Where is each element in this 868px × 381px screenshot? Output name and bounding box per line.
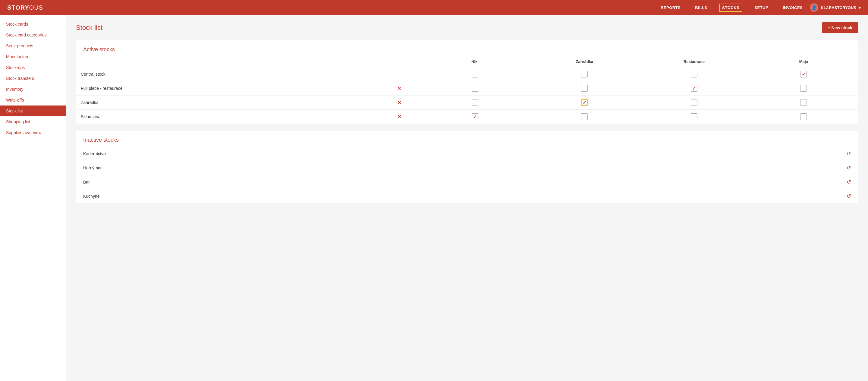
sidebar-item-shopping-list[interactable]: Shopping list: [0, 116, 66, 127]
stock-name-link-skladvin[interactable]: Sklad vína: [81, 114, 100, 119]
sidebar-item-stock-transfers[interactable]: Stock transfers: [0, 73, 66, 84]
delete-skladvin[interactable]: ✕: [389, 110, 420, 124]
active-stocks-table: Niki Zahrádka Restaurace Maja Central st…: [76, 56, 858, 124]
check-fullplace-maja[interactable]: [749, 82, 858, 96]
inactive-stocks-section: Inactive stocks Kaderníctvo ↺ Horný bar …: [76, 131, 858, 203]
page-title: Stock list: [76, 24, 102, 32]
stock-name-central: Central stock: [76, 67, 389, 82]
sidebar-item-stock-cards[interactable]: Stock cards: [0, 19, 66, 30]
checkbox-zahradka-restaurace[interactable]: [691, 99, 698, 106]
checkbox-central-maja[interactable]: ✓: [800, 71, 807, 77]
sidebar: Stock cards Stock card categories Semi-p…: [0, 15, 66, 381]
user-avatar: 👤: [810, 3, 818, 12]
delete-zahradka[interactable]: ✕: [389, 96, 420, 110]
sidebar-item-semi-products[interactable]: Semi-products: [0, 40, 66, 51]
new-stock-button[interactable]: + New stock: [822, 22, 858, 33]
inactive-stock-hornybar: Horný bar: [76, 161, 389, 175]
inactive-stock-kadernictvo: Kaderníctvo: [76, 147, 389, 161]
checkbox-central-restaurace[interactable]: [691, 71, 698, 77]
table-row: Bar ↺: [76, 175, 858, 189]
restore-bar[interactable]: ↺: [389, 175, 858, 189]
checkbox-skladvin-maja[interactable]: [800, 113, 807, 120]
stock-name-skladvin: Sklad vína: [76, 110, 389, 124]
table-row: Horný bar ↺: [76, 161, 858, 175]
user-name: KLARASTORYOUS: [821, 5, 856, 10]
sidebar-item-stock-card-categories[interactable]: Stock card categories: [0, 30, 66, 40]
checkbox-fullplace-zahradka[interactable]: [581, 85, 588, 92]
checkmark-icon: ✓: [692, 86, 696, 91]
checkbox-fullplace-restaurace[interactable]: ✓: [691, 85, 698, 92]
check-fullplace-niki[interactable]: [420, 82, 530, 96]
inactive-stock-bar: Bar: [76, 175, 389, 189]
checkbox-zahradka-maja[interactable]: [800, 99, 807, 106]
sidebar-item-stock-ups[interactable]: Stock-ups: [0, 62, 66, 73]
sidebar-item-stock-list[interactable]: Stock list: [0, 105, 66, 116]
checkbox-central-zahradka[interactable]: [581, 71, 588, 77]
checkmark-icon: ✓: [583, 100, 587, 105]
checkbox-central-niki[interactable]: [472, 71, 478, 77]
nav-stocks[interactable]: STOCKS: [719, 4, 742, 12]
page-header: Stock list + New stock: [76, 22, 858, 33]
check-skladvin-maja[interactable]: [749, 110, 858, 124]
checkbox-zahradka-zahradka[interactable]: ✓: [581, 99, 588, 106]
check-zahradka-restaurace[interactable]: [639, 96, 749, 110]
delete-icon-zahradka[interactable]: ✕: [397, 100, 401, 105]
checkbox-zahradka-niki[interactable]: [472, 99, 478, 106]
inactive-stock-kuchyne: Kuchyně: [76, 189, 389, 203]
checkbox-fullplace-maja[interactable]: [800, 85, 807, 92]
restore-icon[interactable]: ↺: [846, 193, 851, 199]
checkmark-icon: ✓: [473, 114, 477, 120]
checkmark-icon: ✓: [802, 71, 806, 77]
nav-reports[interactable]: REPORTS: [658, 4, 683, 11]
col-restaurace-header: Restaurace: [639, 56, 749, 67]
check-zahradka-zahradka[interactable]: ✓: [530, 96, 639, 110]
inactive-stocks-title: Inactive stocks: [76, 131, 858, 147]
restore-hornybar[interactable]: ↺: [389, 161, 858, 175]
delete-fullplace[interactable]: ✕: [389, 82, 420, 96]
delete-icon-fullplace[interactable]: ✕: [397, 86, 401, 91]
check-zahradka-niki[interactable]: [420, 96, 530, 110]
col-maja-header: Maja: [749, 56, 858, 67]
stock-name-zahradka: Zahrádka: [76, 96, 389, 110]
restore-icon[interactable]: ↺: [846, 179, 851, 185]
checkbox-fullplace-niki[interactable]: [472, 85, 478, 92]
brand-logo: STORYOUS.: [7, 4, 45, 11]
check-skladvin-zahradka[interactable]: [530, 110, 639, 124]
check-fullplace-zahradka[interactable]: [530, 82, 639, 96]
restore-icon[interactable]: ↺: [846, 151, 851, 157]
top-navigation: STORYOUS. REPORTS BILLS STOCKS SETUP INV…: [0, 0, 868, 15]
restore-kadernictvo[interactable]: ↺: [389, 147, 858, 161]
check-central-niki[interactable]: [420, 67, 530, 82]
check-central-restaurace[interactable]: [639, 67, 749, 82]
check-skladvin-niki[interactable]: ✓: [420, 110, 530, 124]
sidebar-item-inventory[interactable]: Inventory: [0, 84, 66, 95]
checkbox-skladvin-zahradka[interactable]: [581, 113, 588, 120]
restore-icon[interactable]: ↺: [846, 165, 851, 171]
brand-light: OUS.: [29, 4, 45, 11]
main-layout: Stock cards Stock card categories Semi-p…: [0, 15, 868, 381]
check-fullplace-restaurace[interactable]: ✓: [639, 82, 749, 96]
delete-icon-skladvin[interactable]: ✕: [397, 114, 401, 120]
sidebar-item-suppliers-overview[interactable]: Suppliers overview: [0, 127, 66, 138]
sidebar-item-manufacture[interactable]: Manufacture: [0, 51, 66, 62]
main-content: Stock list + New stock Active stocks Nik…: [66, 15, 868, 381]
col-niki-header: Niki: [420, 56, 530, 67]
restore-kuchyne[interactable]: ↺: [389, 189, 858, 203]
checkbox-skladvin-restaurace[interactable]: [691, 113, 698, 120]
nav-invoices[interactable]: INVOICES: [780, 4, 805, 11]
brand-bold: STORY: [7, 4, 29, 11]
check-zahradka-maja[interactable]: [749, 96, 858, 110]
nav-setup[interactable]: SETUP: [752, 4, 771, 11]
sidebar-item-write-offs[interactable]: Write-offs: [0, 95, 66, 105]
nav-bills[interactable]: BILLS: [692, 4, 710, 11]
delete-central: [389, 67, 420, 82]
check-skladvin-restaurace[interactable]: [639, 110, 749, 124]
stock-name-link-fullplace[interactable]: Full place - restaurace: [81, 86, 123, 91]
user-menu[interactable]: 👤 KLARASTORYOUS ▾: [810, 3, 861, 12]
checkbox-skladvin-niki[interactable]: ✓: [472, 113, 478, 120]
nav-items: REPORTS BILLS STOCKS SETUP INVOICES: [658, 4, 805, 12]
stock-name-link-zahradka[interactable]: Zahrádka: [81, 100, 98, 105]
table-row: Zahrádka ✕: [76, 96, 858, 110]
check-central-zahradka[interactable]: [530, 67, 639, 82]
check-central-maja[interactable]: ✓: [749, 67, 858, 82]
